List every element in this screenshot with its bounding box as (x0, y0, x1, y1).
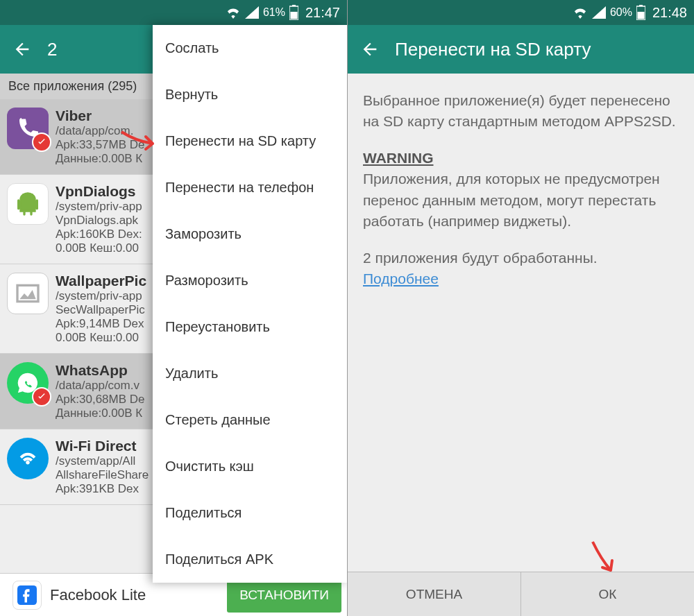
back-button[interactable] (12, 40, 32, 59)
status-bar: 61% 21:47 (0, 0, 347, 25)
battery-icon (636, 5, 645, 20)
annotation-arrow-icon (587, 538, 625, 583)
warning-text: Приложения, для которых не предусмотрен … (363, 171, 660, 229)
menu-freeze[interactable]: Заморозить (153, 211, 347, 257)
wifi-icon (573, 6, 588, 19)
page-title: Перенести на SD карту (395, 39, 591, 60)
info-text: Выбранное приложение(я) будет перенесено… (363, 90, 679, 132)
clock: 21:47 (305, 5, 340, 21)
battery-percent: 61% (263, 6, 285, 19)
check-badge-icon (32, 132, 51, 152)
count-text: 2 приложения будут обработанны. (363, 250, 598, 266)
signal-icon (592, 6, 606, 19)
right-screen: 60% 21:48 Перенести на SD карту Выбранно… (347, 0, 694, 616)
image-icon (7, 273, 49, 314)
selected-count: 2 (47, 39, 57, 60)
context-menu: Сослать Вернуть Перенести на SD карту Пе… (153, 25, 347, 583)
details-link[interactable]: Подробнее (363, 271, 439, 286)
signal-icon (245, 6, 259, 19)
menu-revert[interactable]: Вернуть (153, 71, 347, 118)
menu-clear-cache[interactable]: Очистить кэш (153, 443, 347, 490)
battery-icon (289, 5, 298, 20)
menu-share-apk[interactable]: Поделиться APK (153, 536, 347, 583)
status-bar: 60% 21:48 (348, 0, 694, 25)
warning-label: WARNING (363, 150, 434, 166)
menu-reinstall[interactable]: Переустановить (153, 304, 347, 350)
dialog-content: Выбранное приложение(я) будет перенесено… (348, 74, 694, 322)
button-bar: ОТМЕНА ОК (348, 572, 694, 616)
menu-clear-data[interactable]: Стереть данные (153, 397, 347, 443)
ad-text[interactable]: Facebook Lite (50, 586, 146, 604)
clock: 21:48 (652, 5, 687, 21)
svg-rect-7 (637, 12, 644, 19)
cancel-button[interactable]: ОТМЕНА (348, 572, 521, 616)
app-bar: Перенести на SD карту (348, 25, 694, 74)
battery-percent: 60% (610, 6, 632, 19)
menu-move-to-phone[interactable]: Перенести на телефон (153, 164, 347, 211)
menu-unfreeze[interactable]: Разморозить (153, 257, 347, 304)
install-button[interactable]: ВСТАНОВИТИ (227, 578, 341, 613)
menu-link[interactable]: Сослать (153, 25, 347, 71)
check-badge-icon (32, 387, 51, 407)
menu-delete[interactable]: Удалить (153, 350, 347, 397)
left-screen: 61% 21:47 2 Все приложения (295) Viber (0, 0, 347, 616)
android-icon (7, 183, 49, 225)
svg-rect-2 (290, 12, 297, 19)
menu-move-to-sd[interactable]: Перенести на SD карту (153, 118, 347, 164)
wifi-icon (226, 6, 241, 19)
menu-share[interactable]: Поделиться (153, 490, 347, 536)
facebook-icon (12, 581, 42, 610)
back-button[interactable] (360, 40, 380, 59)
annotation-arrow-icon (118, 128, 167, 159)
wifidirect-icon (7, 438, 49, 479)
